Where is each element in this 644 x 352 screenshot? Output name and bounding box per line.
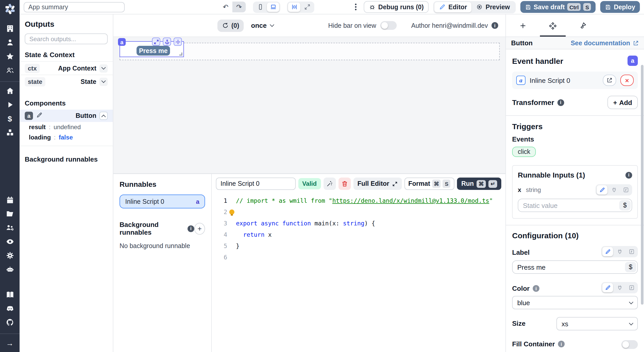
full-editor-button[interactable]: Full Editor [353,178,402,190]
eval-mode-button[interactable] [626,283,637,292]
variables-dollar-icon[interactable]: $ [5,114,14,123]
center-layout-button[interactable] [288,2,300,12]
code-line[interactable]: 2 [212,206,505,218]
run-button[interactable]: Run ⌘ ↵ [457,178,501,190]
connect-mode-button[interactable] [614,283,625,292]
static-mode-button[interactable] [602,283,613,292]
code-lines[interactable]: 1// import * as wmill from "https://deno… [212,193,505,352]
component-collapse-button[interactable] [99,112,108,120]
info-icon[interactable]: i [533,285,539,292]
component-id-badge: a [25,112,33,120]
author-info-icon[interactable]: i [492,22,498,29]
add-transformer-button[interactable]: + Add [607,96,638,109]
static-mode-button[interactable] [602,247,613,256]
code-line[interactable]: 3export async function main(x: string) { [212,218,505,229]
debug-runs-button[interactable]: Debug runs (0) [364,1,429,13]
template-dollar-button[interactable]: $ [619,200,631,210]
connect-mode-button[interactable] [614,247,625,256]
user-icon[interactable] [5,38,14,47]
panel-scrollbar[interactable] [641,65,643,305]
rename-pencil-icon[interactable] [36,112,43,120]
static-value-input[interactable] [518,199,632,212]
ai-robot-icon[interactable] [5,265,14,274]
info-icon[interactable]: i [625,172,632,178]
workers-icon[interactable] [5,223,14,232]
tab-insert[interactable] [508,14,538,37]
label-value-input[interactable] [512,260,638,274]
code-line[interactable]: 4 return x [212,229,505,240]
info-icon[interactable]: i [188,225,194,232]
template-dollar-button[interactable]: $ [625,262,636,272]
fill-container-toggle[interactable] [621,340,638,349]
app-summary-input[interactable] [24,2,125,12]
code-line[interactable]: 6 [212,252,505,263]
resources-cubes-icon[interactable] [5,128,14,137]
size-select[interactable]: xs [556,317,638,330]
code-line[interactable]: 5} [212,240,505,252]
docs-book-icon[interactable] [5,290,14,299]
eval-mode-button[interactable] [626,247,637,256]
connect-mode-button[interactable] [608,185,619,195]
folders-icon[interactable] [5,209,14,218]
event-script-row[interactable]: a Inline Script 0 × [512,72,638,89]
info-icon[interactable]: i [558,341,565,347]
open-script-button[interactable] [603,75,616,86]
kebab-menu-icon[interactable] [355,6,357,8]
editor-tab[interactable]: Editor [435,2,472,12]
anchor-handle[interactable] [163,38,171,46]
static-mode-button[interactable] [597,185,607,195]
expand-handle[interactable] [152,38,160,46]
collapse-arrow-icon[interactable]: → [5,338,14,347]
delete-script-button[interactable] [338,178,351,190]
undo-button[interactable]: ↶ [219,2,232,12]
format-button[interactable]: Format ⌘ S [404,178,455,190]
groups-icon[interactable] [5,65,14,75]
loading-prop-row[interactable]: loading : false [25,132,108,143]
color-select[interactable]: blue [512,296,638,309]
search-outputs-input[interactable] [25,33,108,44]
lightbulb-icon[interactable] [229,209,234,215]
result-prop-row[interactable]: result : undefined [25,122,108,132]
discord-icon[interactable] [5,304,14,313]
preview-tab[interactable]: Preview [472,2,515,12]
refresh-button[interactable]: (0) [217,19,244,32]
eval-mode-button[interactable] [620,185,631,195]
state-row[interactable]: state State [20,75,113,88]
tab-settings[interactable] [538,14,568,37]
ctx-expand-button[interactable] [99,64,108,72]
resize-handle[interactable] [179,52,182,56]
ai-wand-button[interactable] [323,178,336,190]
runs-play-icon[interactable] [5,100,14,109]
schedules-calendar-icon[interactable] [5,195,14,204]
label-field: Label $ [512,246,638,274]
info-icon[interactable]: i [557,99,564,106]
app-canvas[interactable]: Press me a [113,37,505,173]
desktop-view-button[interactable] [267,2,279,12]
mobile-view-button[interactable] [254,2,266,12]
home-icon[interactable] [5,86,14,95]
remove-script-button[interactable]: × [620,75,634,86]
tab-theme[interactable] [568,14,598,37]
favorites-star-icon[interactable] [5,51,14,61]
press-me-button[interactable]: Press me [137,46,170,56]
full-width-layout-button[interactable] [301,2,313,12]
audit-eye-icon[interactable] [5,237,14,246]
component-a-row[interactable]: a Button [20,110,113,122]
hide-bar-toggle[interactable] [380,21,397,30]
settings-gear-icon[interactable] [5,251,14,260]
redo-button[interactable]: ↷ [232,2,246,12]
github-icon[interactable] [5,318,14,327]
refresh-mode-select[interactable]: once [251,22,274,29]
add-background-runnable-button[interactable]: + [194,223,205,234]
runnable-item-selected[interactable]: Inline Script 0 a [120,195,205,208]
workspace-icon[interactable] [5,24,14,33]
deploy-button[interactable]: Deploy [600,1,640,13]
state-expand-button[interactable] [99,77,108,86]
code-line[interactable]: 1// import * as wmill from "https://deno… [212,195,505,206]
save-draft-button[interactable]: Save draft Ctrl S [520,1,596,13]
move-handle[interactable] [174,38,182,46]
see-documentation-link[interactable]: See documentation [571,39,639,47]
windmill-logo-icon[interactable] [3,3,16,15]
script-name-input[interactable] [216,178,295,190]
ctx-row[interactable]: ctx App Context [20,61,113,75]
